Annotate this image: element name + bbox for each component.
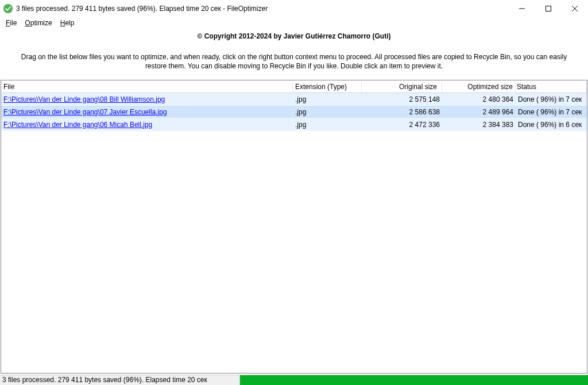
- titlebar: 3 files processed. 279 411 bytes saved (…: [0, 0, 588, 17]
- cell-original-size: 2 575 148: [362, 94, 442, 105]
- cell-file: F:\Pictures\Van der Linde gang\07 Javier…: [1, 107, 293, 117]
- copyright-text: © Copyright 2012-2024 by Javier Gutiérre…: [0, 29, 588, 44]
- table-row[interactable]: F:\Pictures\Van der Linde gang\07 Javier…: [1, 106, 587, 118]
- instructions-text: Drag on the list below files you want to…: [0, 44, 588, 76]
- statusbar: 3 files processed. 279 411 bytes saved (…: [0, 375, 588, 385]
- table-row[interactable]: F:\Pictures\Van der Linde gang\08 Bill W…: [1, 93, 587, 106]
- column-header-optimized-size[interactable]: Optimized size: [442, 82, 516, 92]
- file-link[interactable]: F:\Pictures\Van der Linde gang\07 Javier…: [3, 108, 167, 116]
- cell-status: Done ( 96%) in 7 сек: [516, 107, 587, 117]
- cell-file: F:\Pictures\Van der Linde gang\08 Bill W…: [1, 94, 293, 105]
- progress-fill: [240, 375, 588, 385]
- cell-extension: .jpg: [293, 94, 362, 105]
- cell-extension: .jpg: [293, 120, 362, 130]
- file-link[interactable]: F:\Pictures\Van der Linde gang\08 Bill W…: [3, 95, 165, 103]
- cell-original-size: 2 472 336: [362, 120, 442, 130]
- maximize-button[interactable]: [535, 0, 562, 17]
- file-table: File Extension (Type) Original size Opti…: [1, 80, 587, 374]
- app-icon: [3, 4, 13, 13]
- table-row[interactable]: F:\Pictures\Van der Linde gang\06 Micah …: [1, 118, 587, 131]
- table-body[interactable]: F:\Pictures\Van der Linde gang\08 Bill W…: [1, 93, 587, 373]
- progress-bar: [240, 375, 588, 385]
- cell-optimized-size: 2 480 364: [442, 94, 516, 105]
- table-header: File Extension (Type) Original size Opti…: [1, 80, 587, 93]
- cell-optimized-size: 2 384 383: [442, 120, 516, 130]
- column-header-status[interactable]: Status: [516, 82, 587, 92]
- window-title: 3 files processed. 279 411 bytes saved (…: [16, 5, 509, 13]
- column-header-original-size[interactable]: Original size: [362, 82, 442, 92]
- svg-rect-1: [546, 6, 551, 11]
- menu-help[interactable]: Help: [57, 18, 78, 28]
- window-controls: [509, 0, 588, 17]
- column-header-file[interactable]: File: [1, 82, 293, 92]
- cell-original-size: 2 586 638: [362, 107, 442, 117]
- cell-optimized-size: 2 489 964: [442, 107, 516, 117]
- menubar: File Optimize Help: [0, 17, 588, 29]
- menu-optimize[interactable]: Optimize: [21, 18, 55, 28]
- cell-file: F:\Pictures\Van der Linde gang\06 Micah …: [1, 120, 293, 130]
- minimize-button[interactable]: [509, 0, 535, 17]
- cell-status: Done ( 96%) in 7 сек: [516, 94, 587, 105]
- menu-file[interactable]: File: [2, 18, 20, 28]
- close-button[interactable]: [562, 0, 588, 17]
- file-link[interactable]: F:\Pictures\Van der Linde gang\06 Micah …: [3, 121, 152, 129]
- column-header-extension[interactable]: Extension (Type): [293, 82, 362, 92]
- cell-status: Done ( 96%) in 6 сек: [516, 120, 587, 130]
- cell-extension: .jpg: [293, 107, 362, 117]
- status-text: 3 files processed. 279 411 bytes saved (…: [0, 375, 240, 385]
